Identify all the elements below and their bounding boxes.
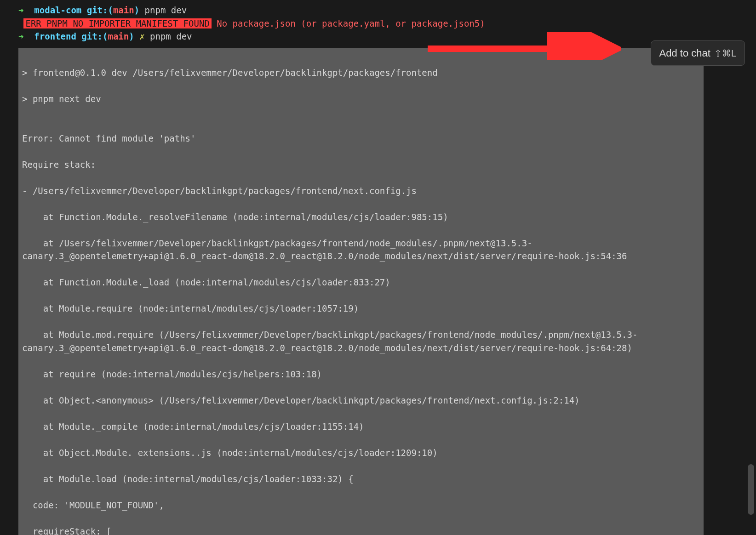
prompt-directory: frontend xyxy=(34,31,76,41)
output-line: at /Users/felixvemmer/Developer/backlink… xyxy=(22,237,700,263)
error-message: No package.json (or package.yaml, or pac… xyxy=(212,18,485,28)
prompt-arrow-icon: ➜ xyxy=(18,5,34,15)
prompt-command: pnpm dev xyxy=(145,31,192,41)
output-line: at Object.<anonymous> (/Users/felixvemme… xyxy=(22,394,700,407)
output-line: Error: Cannot find module 'paths' xyxy=(22,132,700,145)
prompt-command: pnpm dev xyxy=(139,5,187,15)
add-to-chat-shortcut: ⇧⌘L xyxy=(714,46,736,60)
git-dirty-icon: ✗ xyxy=(134,31,145,41)
prompt-line-2: ➜ frontend git:(main) ✗ pnpm dev xyxy=(0,30,756,43)
output-line: at Module._compile (node:internal/module… xyxy=(22,420,700,433)
prompt-git-branch: main xyxy=(113,5,134,15)
scrollbar-thumb[interactable] xyxy=(748,464,754,515)
output-line: at Function.Module._load (node:internal/… xyxy=(22,276,700,289)
prompt-line-1: ➜ modal-com git:(main) pnpm dev xyxy=(0,4,756,17)
error-line: ERR_PNPM_NO_IMPORTER_MANIFEST_FOUND No p… xyxy=(0,17,756,30)
prompt-git-branch: main xyxy=(108,31,129,41)
output-line: code: 'MODULE_NOT_FOUND', xyxy=(22,499,700,512)
prompt-directory: modal-com xyxy=(34,5,81,15)
output-line: at Function.Module._resolveFilename (nod… xyxy=(22,211,700,224)
prompt-git-label: git:( xyxy=(76,31,108,41)
prompt-git-label: git:( xyxy=(81,5,113,15)
output-line: at require (node:internal/modules/cjs/he… xyxy=(22,368,700,381)
terminal-selection[interactable]: > frontend@0.1.0 dev /Users/felixvemmer/… xyxy=(18,48,704,535)
add-to-chat-button[interactable]: Add to chat ⇧⌘L xyxy=(651,40,745,66)
prompt-git-close: ) xyxy=(134,5,139,15)
prompt-arrow-icon: ➜ xyxy=(18,31,34,41)
output-line: at Module.require (node:internal/modules… xyxy=(22,302,700,315)
output-line: Require stack: xyxy=(22,158,700,171)
add-to-chat-label: Add to chat xyxy=(659,46,710,61)
error-pad xyxy=(18,18,23,28)
prompt-git-close: ) xyxy=(129,31,134,41)
error-code: ERR_PNPM_NO_IMPORTER_MANIFEST_FOUND xyxy=(23,18,211,28)
output-line: at Module.mod.require (/Users/felixvemme… xyxy=(22,328,700,354)
output-line: at Object.Module._extensions..js (node:i… xyxy=(22,446,700,460)
output-line: > frontend@0.1.0 dev /Users/felixvemmer/… xyxy=(22,66,700,80)
output-line: at Module.load (node:internal/modules/cj… xyxy=(22,472,700,486)
output-line: - /Users/felixvemmer/Developer/backlinkg… xyxy=(22,184,700,198)
output-line: > pnpm next dev xyxy=(22,92,700,106)
output-line: requireStack: [ xyxy=(22,525,700,535)
